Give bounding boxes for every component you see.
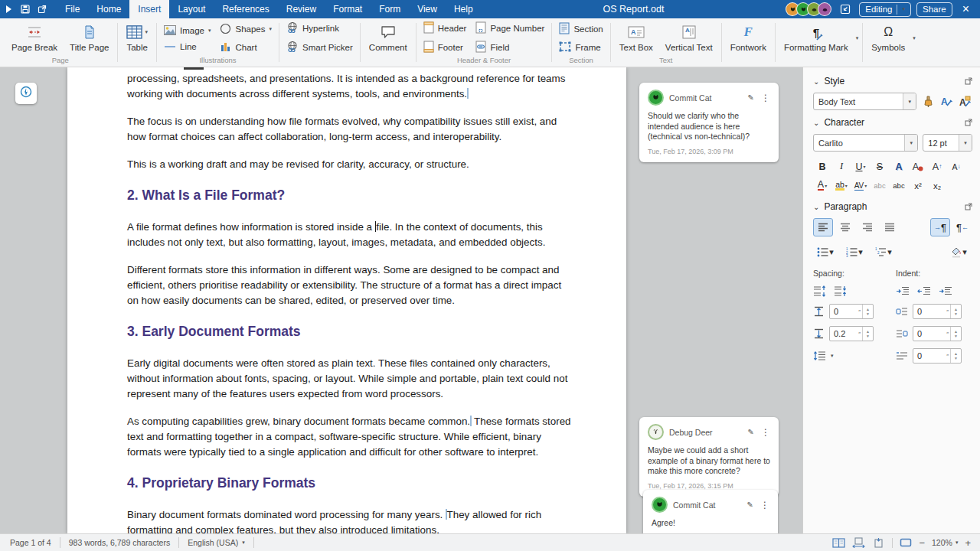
chevron-down-icon[interactable]: ▾ — [864, 164, 866, 169]
switch-indent-icon[interactable] — [939, 286, 952, 296]
clone-formatting-button[interactable] — [921, 94, 935, 109]
spinner[interactable]: ▲▼ — [950, 349, 961, 363]
font-size-select[interactable]: 12 pt ▾ — [923, 134, 972, 152]
page-width-view-icon[interactable] — [852, 537, 865, 548]
menu-format[interactable]: Format — [325, 0, 371, 18]
menu-references[interactable]: References — [214, 0, 277, 18]
character-spacing-button[interactable]: AV▾ — [851, 178, 870, 194]
paragraph[interactable]: processing, spreadsheets, and presentati… — [127, 71, 574, 102]
indent-first-line-field[interactable]: 0 ″ ▲▼ — [913, 348, 962, 364]
italic-button[interactable]: I — [832, 158, 851, 174]
menu-layout[interactable]: Layout — [169, 0, 214, 18]
indent-before-field[interactable]: 0 ″ ▲▼ — [913, 304, 962, 319]
popout-icon[interactable] — [965, 203, 972, 210]
bold-button[interactable]: B — [813, 158, 831, 174]
underline-button[interactable]: U▾ — [851, 158, 870, 174]
footer-button[interactable]: Footer — [420, 40, 470, 55]
font-color-button[interactable]: A▾ — [813, 178, 831, 194]
style-section-header[interactable]: ⌄ Style — [813, 76, 972, 86]
field-button[interactable]: Field — [472, 40, 547, 55]
paragraph[interactable]: The focus is on understanding how file f… — [127, 114, 574, 145]
chevron-down-icon[interactable]: ▾ — [831, 353, 834, 359]
paragraph[interactable]: A file format defines how information is… — [127, 220, 574, 250]
menu-home[interactable]: Home — [88, 0, 129, 18]
chart-button[interactable]: Chart — [217, 41, 275, 54]
grow-font-button[interactable]: A↑ — [928, 158, 946, 174]
shrink-font-button[interactable]: A↓ — [947, 158, 965, 174]
chevron-down-icon[interactable]: ▾ — [959, 135, 972, 151]
spacing-above-field[interactable]: 0 ″ ▲▼ — [829, 304, 874, 319]
subscript-button[interactable]: x₂ — [928, 178, 946, 194]
menu-collapse-icon[interactable] — [0, 0, 17, 18]
comment-card[interactable]: Debug Deer ✎ ⋮ Maybe we could add a shor… — [639, 417, 779, 497]
header-button[interactable]: Header — [420, 21, 470, 36]
menu-help[interactable]: Help — [446, 0, 482, 18]
document-body[interactable]: processing, spreadsheets, and presentati… — [67, 67, 626, 534]
share-button[interactable]: Share — [916, 2, 952, 17]
spinner[interactable]: ▲▼ — [950, 305, 961, 318]
heading-proprietary-binary-formats[interactable]: 4. Proprietary Binary Formats — [127, 474, 574, 492]
menu-view[interactable]: View — [409, 0, 446, 18]
decrease-indent-icon[interactable] — [917, 286, 931, 296]
chevron-down-icon[interactable]: ▾ — [962, 247, 967, 257]
follow-editor-icon[interactable] — [837, 0, 854, 18]
chevron-down-icon[interactable]: ⌄ — [813, 77, 819, 86]
justify-button[interactable] — [880, 218, 900, 236]
transliterate-button[interactable]: abc — [890, 178, 908, 194]
character-section-header[interactable]: ⌄ Character — [813, 117, 972, 128]
comment-menu-icon[interactable]: ⋮ — [761, 93, 770, 103]
menu-insert[interactable]: Insert — [129, 0, 169, 18]
menu-review[interactable]: Review — [278, 0, 325, 18]
indent-after-field[interactable]: 0 ″ ▲▼ — [913, 326, 962, 341]
spinner[interactable]: ▲▼ — [862, 305, 873, 318]
paragraph[interactable]: Early digital documents were often store… — [127, 356, 574, 402]
menu-file[interactable]: File — [57, 0, 88, 18]
whole-page-view-icon[interactable] — [872, 537, 885, 548]
paragraph[interactable]: This is a working draft and may be revis… — [127, 157, 574, 172]
page-break-button[interactable]: Page Break — [7, 21, 62, 54]
chevron-down-icon[interactable]: ▾ — [145, 29, 148, 35]
paragraph-background-button[interactable]: ▾ — [945, 243, 972, 261]
change-case-button[interactable]: abc — [871, 178, 889, 194]
edit-comment-icon[interactable]: ✎ — [747, 500, 753, 509]
save-icon[interactable] — [17, 0, 34, 18]
bullet-list-button[interactable]: ▾ — [813, 243, 838, 261]
comment-menu-icon[interactable]: ⋮ — [760, 500, 769, 510]
edit-comment-icon[interactable]: ✎ — [748, 93, 754, 102]
chevron-down-icon[interactable]: ⌄ — [813, 119, 819, 127]
page-number-button[interactable]: Page Number — [472, 21, 547, 36]
paragraph-section-header[interactable]: ⌄ Paragraph — [813, 201, 972, 212]
chevron-down-icon[interactable]: ▾ — [825, 183, 827, 188]
formatting-mark-button[interactable]: ¶ Formatting Mark — [779, 21, 853, 54]
zoom-level-select[interactable]: 120% ▾ — [932, 538, 958, 547]
increase-indent-icon[interactable] — [896, 286, 910, 296]
line-spacing-icon[interactable] — [813, 350, 826, 361]
popout-icon[interactable] — [965, 119, 972, 126]
smart-picker-button[interactable]: Smart Picker — [283, 40, 356, 55]
shadow-button[interactable]: A — [890, 158, 908, 174]
line-button[interactable]: Line — [161, 41, 214, 52]
section-button[interactable]: Section — [556, 21, 606, 37]
popout-icon[interactable] — [965, 77, 972, 85]
chevron-down-icon[interactable]: ▾ — [904, 135, 917, 151]
text-box-button[interactable]: A Text Box — [615, 21, 658, 54]
spinner[interactable]: ▲▼ — [950, 327, 961, 341]
decrease-paragraph-spacing-icon[interactable] — [834, 285, 847, 297]
align-center-button[interactable] — [835, 218, 855, 236]
word-count-status[interactable]: 983 words, 6,789 characters — [60, 537, 180, 548]
chevron-down-icon[interactable]: ▾ — [903, 93, 916, 109]
title-page-button[interactable]: Title Page — [65, 21, 113, 54]
chevron-down-icon[interactable]: ▾ — [858, 247, 863, 257]
clear-formatting-button[interactable]: A — [909, 158, 927, 174]
chevron-down-icon[interactable]: ⌄ — [813, 203, 819, 211]
highlight-color-button[interactable]: ab▾ — [832, 178, 851, 194]
chevron-down-icon[interactable]: ▾ — [208, 28, 211, 34]
strikethrough-button[interactable]: S — [871, 158, 889, 174]
paragraph[interactable]: Binary document formats dominated word p… — [127, 507, 574, 534]
chevron-down-icon[interactable]: ▾ — [845, 183, 848, 188]
close-icon[interactable]: × — [958, 0, 974, 18]
menu-form[interactable]: Form — [371, 0, 409, 18]
spinner[interactable]: ▲▼ — [862, 327, 873, 341]
increase-paragraph-spacing-icon[interactable] — [813, 285, 826, 297]
edit-comment-icon[interactable]: ✎ — [748, 428, 754, 436]
